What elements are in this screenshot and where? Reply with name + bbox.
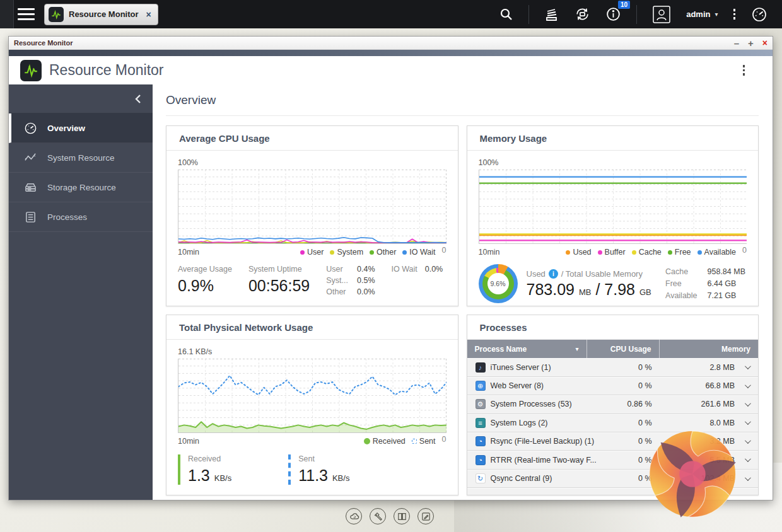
process-row-rsync[interactable]: ◔Rsync (File-Level Backup) (1) 0 % 3.2 M… <box>467 432 759 451</box>
y-axis-max-label: 100% <box>178 158 446 170</box>
memory-percent-label: 9.6% <box>487 273 509 294</box>
process-row-qsync-central[interactable]: ↻Qsync Central (9) 0 % 102.4 MB <box>467 470 759 488</box>
main-content: Overview Average CPU Usage 100% 10min Us… <box>153 84 773 500</box>
legend-label: Cache <box>639 248 662 257</box>
panel-average-cpu-usage: Average CPU Usage 100% 10min User System… <box>166 125 458 306</box>
sidebar-item-processes[interactable]: Processes <box>9 202 153 232</box>
column-header-process-name[interactable]: Process Name▾ <box>467 340 587 358</box>
sidebar: Overview System Resource Storage Resourc… <box>9 84 153 500</box>
qsync-central-icon: ↻ <box>476 473 486 483</box>
column-header-memory[interactable]: Memory <box>660 340 759 358</box>
x-axis-range-label: 10min <box>178 248 199 257</box>
main-menu-icon[interactable] <box>18 8 35 20</box>
taskbar-actions: 10 admin ▾ <box>499 5 782 24</box>
legend-dot-available <box>697 250 702 255</box>
page-title: Overview <box>166 93 759 116</box>
legend-label: Sent <box>419 437 436 446</box>
expand-chevron-icon[interactable] <box>745 363 751 369</box>
sidebar-item-system-resource[interactable]: System Resource <box>9 143 153 173</box>
x-axis-range-label: 10min <box>178 437 199 446</box>
expand-chevron-icon[interactable] <box>745 419 751 425</box>
external-device-icon[interactable] <box>575 6 590 22</box>
sidebar-item-overview[interactable]: Overview <box>9 113 153 143</box>
cpu-usage-chart <box>178 170 446 244</box>
expand-chevron-icon[interactable] <box>745 382 751 388</box>
cloud-icon[interactable] <box>346 508 362 524</box>
legend-label: Buffer <box>605 248 626 257</box>
minimize-button[interactable]: – <box>734 38 739 48</box>
legend-dot-other <box>370 250 374 255</box>
legend-dot-cache <box>632 250 636 255</box>
stat-sent: Sent 11.3 KB/s <box>288 454 349 485</box>
stat-io-wait: IO Wait0.0% <box>392 265 443 296</box>
legend-label: System <box>337 248 363 257</box>
legend-dot-user <box>300 250 305 255</box>
maximize-button[interactable]: + <box>748 38 754 48</box>
resource-monitor-window: Resource Monitor – + × Resource Monitor <box>8 36 773 500</box>
panel-title: Total Physical Network Usage <box>179 322 445 333</box>
memory-usage-chart <box>479 170 747 244</box>
window-titlebar[interactable]: Resource Monitor – + × <box>9 37 773 50</box>
stat-system-uptime: System Uptime 00:56:59 <box>248 265 310 296</box>
sidebar-item-label: Storage Resource <box>47 183 116 192</box>
legend-label: IO Wait <box>409 248 435 257</box>
expand-chevron-icon[interactable] <box>745 400 751 407</box>
process-row-itunes-server[interactable]: ♪iTunes Server (1) 0 % 2.8 MB <box>467 358 759 376</box>
info-icon[interactable]: i <box>549 269 558 279</box>
username-label: admin <box>686 9 710 19</box>
process-row-rtrr[interactable]: ◔RTRR (Real-time Two-way F... 0 % 5.5 MB <box>467 451 759 469</box>
panel-memory-usage: Memory Usage 100% 10min Used Buffer Cach… <box>467 125 759 306</box>
web-server-icon: ⊕ <box>476 381 486 391</box>
background-tasks-icon[interactable] <box>544 7 559 22</box>
network-usage-chart <box>178 359 446 433</box>
notification-badge: 10 <box>618 1 630 9</box>
resource-monitor-app-icon <box>20 60 42 81</box>
y-axis-min-label: 0 <box>742 246 747 255</box>
taskbar-tab-resource-monitor[interactable]: Resource Monitor × <box>44 4 158 25</box>
sidebar-item-label: Processes <box>47 212 87 222</box>
panel-network-usage: Total Physical Network Usage 16.1 KB/s 1… <box>166 315 458 495</box>
sidebar-item-storage-resource[interactable]: Storage Resource <box>9 173 153 202</box>
y-axis-min-label: 0 <box>442 246 446 255</box>
chevron-left-icon <box>134 94 143 104</box>
legend-dot-used <box>566 250 570 255</box>
expand-chevron-icon[interactable] <box>745 437 751 444</box>
memory-details: Cache958.84 MB Free6.44 GB Available7.21… <box>665 267 747 300</box>
more-options-icon[interactable] <box>733 9 736 20</box>
window-title: Resource Monitor <box>14 39 73 47</box>
tools-icon[interactable] <box>370 508 386 524</box>
memory-used-total: Used i / Total Usable Memory 783.09 MB /… <box>527 269 651 299</box>
notifications-icon[interactable]: 10 <box>605 6 621 22</box>
tab-close-icon[interactable]: × <box>146 9 151 20</box>
y-axis-max-label: 16.1 KB/s <box>178 347 446 359</box>
x-axis-range-label: 10min <box>479 248 500 257</box>
process-row-web-server[interactable]: ⊕Web Server (8) 0 % 66.8 MB <box>467 377 759 395</box>
legend-label: Used <box>573 248 591 257</box>
process-row-system-processes[interactable]: ⚙System Processes (53) 0.86 % 261.6 MB <box>467 395 759 413</box>
process-row-system-logs[interactable]: ≡System Logs (2) 0 % 8.0 MB <box>467 414 759 432</box>
dashboard-gauge-icon[interactable] <box>750 6 768 23</box>
process-table-header: Process Name▾ CPU Usage Memory <box>467 340 759 358</box>
tab-label: Resource Monitor <box>69 9 139 19</box>
y-axis-max-label: 100% <box>479 158 747 170</box>
y-axis-min-label: 0 <box>442 435 446 444</box>
user-menu[interactable]: admin ▾ <box>686 9 718 19</box>
stat-received: Received 1.3 KB/s <box>178 454 231 485</box>
sidebar-collapse-button[interactable] <box>9 84 153 113</box>
legend-dot-buffer <box>598 250 602 255</box>
legend-label: Received <box>373 437 406 446</box>
notes-icon[interactable] <box>417 508 434 524</box>
legend-label: User <box>307 248 324 257</box>
expand-chevron-icon[interactable] <box>745 475 751 481</box>
close-button[interactable]: × <box>762 38 767 47</box>
line-chart-icon <box>24 151 37 165</box>
panel-processes: Processes Process Name▾ CPU Usage Memory… <box>467 315 759 495</box>
window-more-options-icon[interactable] <box>743 65 745 76</box>
user-avatar-icon[interactable] <box>652 5 671 24</box>
taskbar-divider <box>636 5 637 24</box>
expand-chevron-icon[interactable] <box>745 456 751 462</box>
search-icon[interactable] <box>499 8 513 21</box>
legend-dot-free <box>668 250 672 255</box>
column-header-cpu-usage[interactable]: CPU Usage <box>587 340 660 358</box>
book-icon[interactable] <box>394 508 410 524</box>
